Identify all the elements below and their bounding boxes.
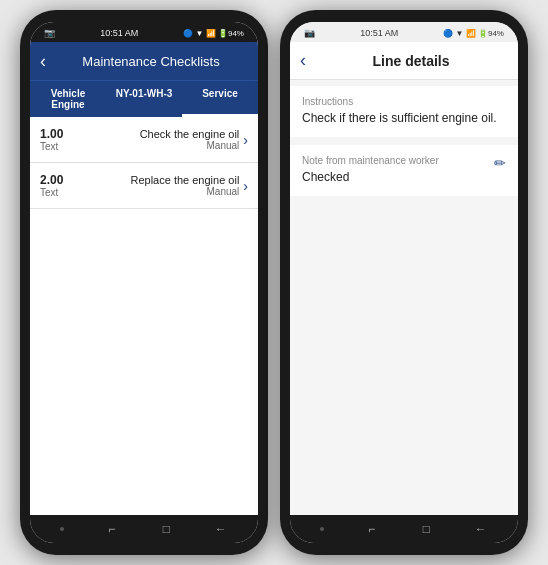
status-right-icon: 📷 — [304, 28, 315, 38]
instructions-section: Instructions Check if there is sufficien… — [290, 86, 518, 137]
nav-title-left: Maintenance Checklists — [54, 54, 248, 69]
top-nav-right: ‹ Line details — [290, 42, 518, 80]
recent-apps-icon-left[interactable]: ⌐ — [105, 522, 119, 536]
note-label: Note from maintenance worker — [302, 155, 439, 166]
nav-title-right: Line details — [314, 53, 508, 69]
item-left-2: 2.00 Text — [40, 173, 80, 198]
back-nav-icon-right[interactable]: ← — [474, 522, 488, 536]
bottom-nav-left: ⌐ □ ← — [30, 515, 258, 543]
screen-left: 📷 10:51 AM 🔵 ▼ 📶 🔋94% ‹ Maintenance Chec… — [30, 22, 258, 543]
item-subtype-2: Manual — [80, 186, 239, 197]
status-left-icon: 📷 — [44, 28, 55, 38]
bottom-dot-right — [320, 527, 324, 531]
back-nav-icon-left[interactable]: ← — [214, 522, 228, 536]
instructions-label: Instructions — [302, 96, 506, 107]
chevron-icon-1: › — [243, 132, 248, 148]
detail-content: Instructions Check if there is sufficien… — [290, 80, 518, 515]
screen-right: 📷 10:51 AM 🔵 ▼ 📶 🔋94% ‹ Line details Ins… — [290, 22, 518, 543]
item-type-2: Text — [40, 187, 80, 198]
tab-row: Vehicle Engine NY-01-WH-3 Service — [30, 80, 258, 117]
status-bar-left: 📷 10:51 AM 🔵 ▼ 📶 🔋94% — [30, 22, 258, 42]
checklist-content: 1.00 Text Check the engine oil Manual › … — [30, 117, 258, 515]
tab-service[interactable]: Service — [182, 81, 258, 117]
chevron-icon-2: › — [243, 178, 248, 194]
back-button-right[interactable]: ‹ — [300, 50, 306, 71]
item-number-2: 2.00 — [40, 173, 80, 187]
status-time-left: 10:51 AM — [100, 28, 138, 38]
back-button-left[interactable]: ‹ — [40, 51, 46, 72]
edit-icon[interactable]: ✏ — [494, 155, 506, 171]
item-type-1: Text — [40, 141, 80, 152]
note-value: Checked — [302, 169, 439, 186]
bottom-nav-right: ⌐ □ ← — [290, 515, 518, 543]
status-icons-left: 🔵 ▼ 📶 🔋94% — [183, 29, 244, 38]
instructions-value: Check if there is sufficient engine oil. — [302, 110, 506, 127]
phone-left: 📷 10:51 AM 🔵 ▼ 📶 🔋94% ‹ Maintenance Chec… — [20, 10, 268, 555]
phone-right: 📷 10:51 AM 🔵 ▼ 📶 🔋94% ‹ Line details Ins… — [280, 10, 528, 555]
tab-vehicle-id[interactable]: NY-01-WH-3 — [106, 81, 182, 117]
status-time-right: 10:51 AM — [360, 28, 398, 38]
tab-vehicle-engine[interactable]: Vehicle Engine — [30, 81, 106, 117]
bottom-dot-left — [60, 527, 64, 531]
checklist-item-2[interactable]: 2.00 Text Replace the engine oil Manual … — [30, 163, 258, 209]
note-section: Note from maintenance worker Checked ✏ — [290, 145, 518, 196]
item-right-1: Check the engine oil Manual — [80, 128, 239, 151]
item-desc-1: Check the engine oil — [80, 128, 239, 140]
note-content: Note from maintenance worker Checked — [302, 155, 439, 186]
item-desc-2: Replace the engine oil — [80, 174, 239, 186]
checklist-item-1[interactable]: 1.00 Text Check the engine oil Manual › — [30, 117, 258, 163]
status-bar-right: 📷 10:51 AM 🔵 ▼ 📶 🔋94% — [290, 22, 518, 42]
item-subtype-1: Manual — [80, 140, 239, 151]
item-number-1: 1.00 — [40, 127, 80, 141]
home-button-left[interactable]: □ — [159, 522, 173, 536]
status-icons-right: 🔵 ▼ 📶 🔋94% — [443, 29, 504, 38]
recent-apps-icon-right[interactable]: ⌐ — [365, 522, 379, 536]
item-left-1: 1.00 Text — [40, 127, 80, 152]
top-nav-left: ‹ Maintenance Checklists — [30, 42, 258, 80]
item-right-2: Replace the engine oil Manual — [80, 174, 239, 197]
home-button-right[interactable]: □ — [419, 522, 433, 536]
